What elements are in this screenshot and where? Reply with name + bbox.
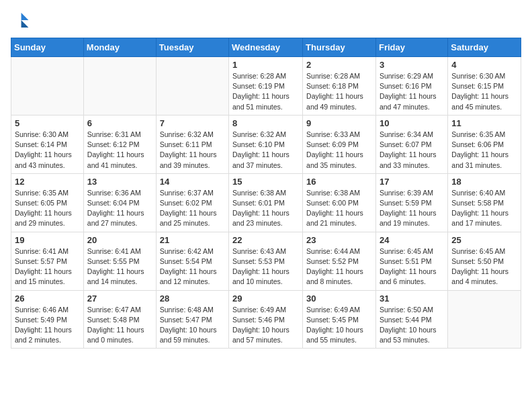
- calendar-cell: 17Sunrise: 6:39 AMSunset: 5:59 PMDayligh…: [375, 173, 447, 232]
- calendar-week-4: 19Sunrise: 6:41 AMSunset: 5:57 PMDayligh…: [11, 232, 521, 290]
- calendar-cell: 22Sunrise: 6:43 AMSunset: 5:53 PMDayligh…: [229, 232, 303, 290]
- calendar-cell: 23Sunrise: 6:44 AMSunset: 5:52 PMDayligh…: [303, 232, 376, 290]
- calendar-cell: 31Sunrise: 6:50 AMSunset: 5:44 PMDayligh…: [375, 290, 447, 349]
- day-number: 9: [306, 118, 372, 128]
- day-number: 27: [87, 293, 152, 304]
- day-info: Sunrise: 6:32 AMSunset: 6:11 PMDaylight:…: [160, 130, 225, 171]
- day-number: 4: [451, 60, 517, 70]
- calendar-body: 1Sunrise: 6:28 AMSunset: 6:19 PMDaylight…: [11, 57, 521, 349]
- calendar-cell: 21Sunrise: 6:42 AMSunset: 5:54 PMDayligh…: [156, 232, 228, 290]
- day-info: Sunrise: 6:34 AMSunset: 6:07 PMDaylight:…: [380, 130, 444, 171]
- calendar-cell: 29Sunrise: 6:49 AMSunset: 5:46 PMDayligh…: [229, 290, 303, 349]
- calendar-cell: 13Sunrise: 6:36 AMSunset: 6:04 PMDayligh…: [83, 173, 156, 232]
- day-info: Sunrise: 6:28 AMSunset: 6:19 PMDaylight:…: [232, 71, 299, 112]
- calendar-cell: 27Sunrise: 6:47 AMSunset: 5:48 PMDayligh…: [83, 290, 156, 349]
- calendar-week-3: 12Sunrise: 6:35 AMSunset: 6:05 PMDayligh…: [11, 173, 521, 232]
- day-number: 6: [87, 118, 152, 128]
- calendar-cell: [448, 290, 521, 349]
- svg-marker-0: [21, 13, 29, 20]
- day-info: Sunrise: 6:50 AMSunset: 5:44 PMDaylight:…: [380, 305, 444, 346]
- day-number: 21: [160, 235, 225, 245]
- day-info: Sunrise: 6:43 AMSunset: 5:53 PMDaylight:…: [232, 246, 299, 287]
- day-info: Sunrise: 6:48 AMSunset: 5:47 PMDaylight:…: [160, 305, 225, 346]
- calendar-header: SundayMondayTuesdayWednesdayThursdayFrid…: [11, 38, 521, 57]
- day-number: 5: [15, 118, 80, 128]
- weekday-header-wednesday: Wednesday: [229, 38, 303, 57]
- calendar-cell: 15Sunrise: 6:38 AMSunset: 6:01 PMDayligh…: [229, 173, 303, 232]
- calendar-week-1: 1Sunrise: 6:28 AMSunset: 6:19 PMDaylight…: [11, 57, 521, 116]
- calendar-cell: 1Sunrise: 6:28 AMSunset: 6:19 PMDaylight…: [229, 57, 303, 116]
- day-info: Sunrise: 6:28 AMSunset: 6:18 PMDaylight:…: [306, 71, 372, 112]
- day-info: Sunrise: 6:45 AMSunset: 5:51 PMDaylight:…: [380, 246, 444, 287]
- day-number: 15: [232, 177, 299, 187]
- weekday-header-saturday: Saturday: [448, 38, 521, 57]
- calendar-cell: 12Sunrise: 6:35 AMSunset: 6:05 PMDayligh…: [11, 173, 84, 232]
- calendar-cell: 19Sunrise: 6:41 AMSunset: 5:57 PMDayligh…: [11, 232, 84, 290]
- day-number: 3: [380, 60, 444, 70]
- logo: [11, 11, 32, 30]
- day-number: 13: [87, 177, 152, 187]
- calendar-cell: 5Sunrise: 6:30 AMSunset: 6:14 PMDaylight…: [11, 115, 84, 173]
- calendar-cell: 25Sunrise: 6:45 AMSunset: 5:50 PMDayligh…: [448, 232, 521, 290]
- weekday-header-thursday: Thursday: [303, 38, 376, 57]
- day-info: Sunrise: 6:31 AMSunset: 6:12 PMDaylight:…: [87, 130, 152, 171]
- calendar-cell: 28Sunrise: 6:48 AMSunset: 5:47 PMDayligh…: [156, 290, 228, 349]
- day-info: Sunrise: 6:41 AMSunset: 5:55 PMDaylight:…: [87, 246, 152, 287]
- day-info: Sunrise: 6:35 AMSunset: 6:06 PMDaylight:…: [451, 130, 517, 171]
- day-info: Sunrise: 6:40 AMSunset: 5:58 PMDaylight:…: [451, 188, 517, 229]
- day-number: 17: [380, 177, 444, 187]
- day-number: 31: [380, 293, 444, 304]
- calendar-cell: 4Sunrise: 6:30 AMSunset: 6:15 PMDaylight…: [448, 57, 521, 116]
- day-number: 29: [232, 293, 299, 304]
- day-number: 8: [232, 118, 299, 128]
- day-number: 14: [160, 177, 225, 187]
- day-info: Sunrise: 6:46 AMSunset: 5:49 PMDaylight:…: [15, 305, 80, 346]
- day-number: 28: [160, 293, 225, 304]
- weekday-header-monday: Monday: [83, 38, 156, 57]
- day-number: 25: [451, 235, 517, 245]
- day-info: Sunrise: 6:49 AMSunset: 5:45 PMDaylight:…: [306, 305, 372, 346]
- day-number: 2: [306, 60, 372, 70]
- day-info: Sunrise: 6:47 AMSunset: 5:48 PMDaylight:…: [87, 305, 152, 346]
- day-info: Sunrise: 6:39 AMSunset: 5:59 PMDaylight:…: [380, 188, 444, 229]
- weekday-header-sunday: Sunday: [11, 38, 84, 57]
- day-info: Sunrise: 6:30 AMSunset: 6:15 PMDaylight:…: [451, 71, 517, 112]
- day-number: 16: [306, 177, 372, 187]
- calendar-cell: 11Sunrise: 6:35 AMSunset: 6:06 PMDayligh…: [448, 115, 521, 173]
- day-info: Sunrise: 6:33 AMSunset: 6:09 PMDaylight:…: [306, 130, 372, 171]
- day-info: Sunrise: 6:37 AMSunset: 6:02 PMDaylight:…: [160, 188, 225, 229]
- calendar-cell: 3Sunrise: 6:29 AMSunset: 6:16 PMDaylight…: [375, 57, 447, 116]
- day-number: 12: [15, 177, 80, 187]
- day-info: Sunrise: 6:44 AMSunset: 5:52 PMDaylight:…: [306, 246, 372, 287]
- calendar-cell: 6Sunrise: 6:31 AMSunset: 6:12 PMDaylight…: [83, 115, 156, 173]
- day-info: Sunrise: 6:30 AMSunset: 6:14 PMDaylight:…: [15, 130, 80, 171]
- day-number: 10: [380, 118, 444, 128]
- day-number: 18: [451, 177, 517, 187]
- calendar-cell: 30Sunrise: 6:49 AMSunset: 5:45 PMDayligh…: [303, 290, 376, 349]
- day-info: Sunrise: 6:41 AMSunset: 5:57 PMDaylight:…: [15, 246, 80, 287]
- day-info: Sunrise: 6:29 AMSunset: 6:16 PMDaylight:…: [380, 71, 444, 112]
- day-number: 24: [380, 235, 444, 245]
- weekday-row: SundayMondayTuesdayWednesdayThursdayFrid…: [11, 38, 521, 57]
- calendar-cell: 9Sunrise: 6:33 AMSunset: 6:09 PMDaylight…: [303, 115, 376, 173]
- day-info: Sunrise: 6:38 AMSunset: 6:01 PMDaylight:…: [232, 188, 299, 229]
- calendar-cell: 7Sunrise: 6:32 AMSunset: 6:11 PMDaylight…: [156, 115, 228, 173]
- calendar-cell: 26Sunrise: 6:46 AMSunset: 5:49 PMDayligh…: [11, 290, 84, 349]
- calendar-cell: 24Sunrise: 6:45 AMSunset: 5:51 PMDayligh…: [375, 232, 447, 290]
- page-header: [11, 11, 521, 30]
- day-number: 20: [87, 235, 152, 245]
- calendar-cell: 20Sunrise: 6:41 AMSunset: 5:55 PMDayligh…: [83, 232, 156, 290]
- svg-marker-1: [21, 20, 29, 28]
- day-info: Sunrise: 6:36 AMSunset: 6:04 PMDaylight:…: [87, 188, 152, 229]
- calendar-cell: 18Sunrise: 6:40 AMSunset: 5:58 PMDayligh…: [448, 173, 521, 232]
- calendar-cell: 16Sunrise: 6:38 AMSunset: 6:00 PMDayligh…: [303, 173, 376, 232]
- calendar-cell: [83, 57, 156, 116]
- day-info: Sunrise: 6:45 AMSunset: 5:50 PMDaylight:…: [451, 246, 517, 287]
- calendar-cell: [156, 57, 228, 116]
- day-info: Sunrise: 6:32 AMSunset: 6:10 PMDaylight:…: [232, 130, 299, 171]
- day-number: 1: [232, 60, 299, 70]
- day-info: Sunrise: 6:38 AMSunset: 6:00 PMDaylight:…: [306, 188, 372, 229]
- calendar-week-2: 5Sunrise: 6:30 AMSunset: 6:14 PMDaylight…: [11, 115, 521, 173]
- day-info: Sunrise: 6:35 AMSunset: 6:05 PMDaylight:…: [15, 188, 80, 229]
- day-info: Sunrise: 6:42 AMSunset: 5:54 PMDaylight:…: [160, 246, 225, 287]
